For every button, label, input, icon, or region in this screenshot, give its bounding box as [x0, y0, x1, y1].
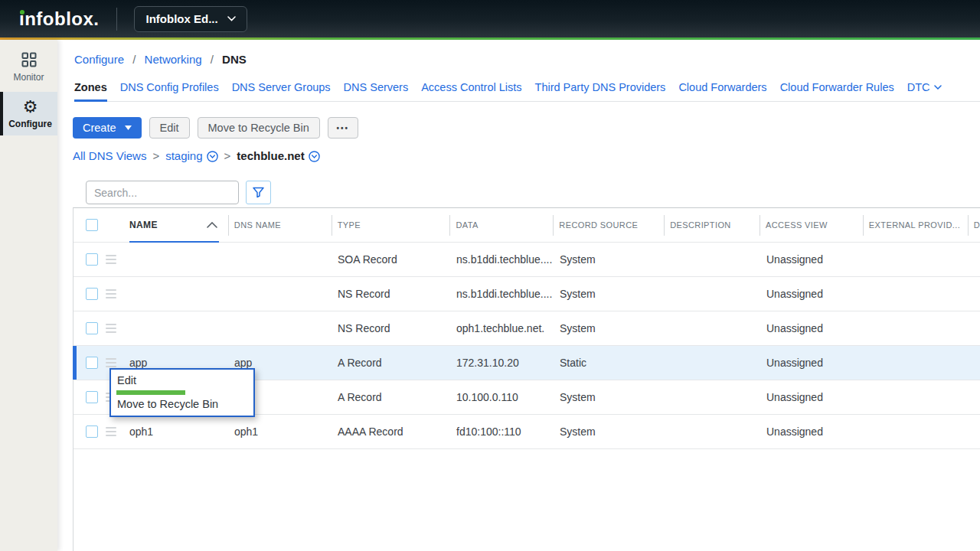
- cell-type: SOA Record: [332, 253, 450, 266]
- row-checkbox-cell: [74, 391, 106, 403]
- top-header: infoblox. Infoblox Ed...: [0, 0, 980, 37]
- sort-ascending-icon: [207, 222, 217, 228]
- toolbar: Create Edit Move to Recycle Bin •••: [73, 117, 358, 139]
- tab-cloud-forwarder-rules[interactable]: Cloud Forwarder Rules: [780, 81, 894, 101]
- row-checkbox-cell: [74, 288, 106, 300]
- cell-dns-name: app: [228, 357, 332, 369]
- cell-record-source: Static: [554, 357, 665, 369]
- column-header-name[interactable]: NAME: [129, 208, 228, 243]
- row-actions-icon[interactable]: [106, 324, 116, 333]
- select-all-checkbox[interactable]: [86, 219, 98, 231]
- table-header-row: NAME DNS NAME TYPE DATA RECORD SOURCE DE…: [74, 208, 980, 243]
- staging-view-link[interactable]: staging: [165, 149, 202, 162]
- tab-dtc[interactable]: DTC: [907, 81, 942, 101]
- row-actions-icon[interactable]: [106, 255, 116, 264]
- zone-dropdown-icon[interactable]: [309, 151, 320, 162]
- column-header-external-providers[interactable]: EXTERNAL PROVID...: [863, 208, 968, 243]
- move-to-recycle-bin-button[interactable]: Move to Recycle Bin: [198, 117, 320, 139]
- cell-type: NS Record: [332, 322, 450, 334]
- row-checkbox[interactable]: [86, 357, 98, 369]
- context-menu-item-edit[interactable]: Edit: [111, 374, 253, 387]
- search-row: [86, 181, 271, 204]
- tab-cloud-forwarders[interactable]: Cloud Forwarders: [678, 81, 766, 101]
- sidebar-item-label: Configure: [8, 119, 52, 129]
- staging-dropdown-icon[interactable]: [207, 151, 218, 162]
- create-button[interactable]: Create: [73, 117, 142, 139]
- cell-name: oph1: [129, 425, 228, 438]
- row-checkbox[interactable]: [86, 288, 98, 300]
- cell-dns-name: oph1: [228, 425, 332, 438]
- header-menu-cell: [106, 208, 129, 243]
- tab-dns-config-profiles[interactable]: DNS Config Profiles: [120, 81, 219, 101]
- column-header-dns-name[interactable]: DNS NAME: [228, 208, 332, 243]
- column-header-record-source[interactable]: RECORD SOURCE: [553, 208, 664, 243]
- cell-data: 10.100.0.110: [450, 391, 554, 403]
- cell-record-source: System: [554, 425, 665, 438]
- row-checkbox[interactable]: [86, 391, 98, 403]
- all-dns-views-link[interactable]: All DNS Views: [73, 149, 146, 162]
- tab-bar: Zones DNS Config Profiles DNS Server Gro…: [74, 81, 980, 102]
- main-content: Configure / Networking / DNS Zones DNS C…: [57, 40, 980, 551]
- tab-zones[interactable]: Zones: [74, 81, 107, 101]
- sidebar-item-configure[interactable]: ⚙ Configure: [0, 92, 57, 135]
- sidebar-item-monitor[interactable]: Monitor: [0, 46, 57, 88]
- table-row[interactable]: SOA Record ns.b1ddi.techblue.... System …: [74, 243, 980, 277]
- breadcrumb-configure-link[interactable]: Configure: [74, 53, 124, 66]
- row-menu-cell: [106, 358, 129, 367]
- column-header-description[interactable]: DESCRIPTION: [664, 208, 760, 243]
- cell-type: NS Record: [332, 288, 450, 300]
- breadcrumb-separator: /: [211, 53, 214, 66]
- breadcrumb-networking-link[interactable]: Networking: [145, 53, 202, 66]
- cell-type: A Record: [332, 357, 450, 369]
- column-header-type[interactable]: TYPE: [332, 208, 450, 243]
- row-actions-icon[interactable]: [106, 289, 116, 298]
- table-row[interactable]: oph1 oph1 AAAA Record fd10:100::110 Syst…: [74, 415, 980, 449]
- gear-icon: ⚙: [23, 99, 38, 116]
- cell-type: AAAA Record: [332, 425, 450, 438]
- row-menu-cell: [106, 255, 129, 264]
- cell-data: ns.b1ddi.techblue....: [450, 253, 554, 266]
- row-checkbox[interactable]: [86, 322, 98, 334]
- column-header-truncated[interactable]: D: [968, 208, 980, 243]
- row-actions-icon[interactable]: [106, 358, 116, 367]
- zone-breadcrumb: All DNS Views > staging > techblue.net: [73, 148, 320, 162]
- cell-data: oph1.techblue.net.: [450, 322, 554, 334]
- grid-icon: [21, 52, 37, 69]
- filter-button[interactable]: [246, 181, 271, 204]
- tab-dns-server-groups[interactable]: DNS Server Groups: [232, 81, 331, 101]
- tab-dns-servers[interactable]: DNS Servers: [344, 81, 409, 101]
- edit-button[interactable]: Edit: [149, 117, 190, 139]
- cell-access-view: Unassigned: [760, 253, 864, 266]
- cell-type: A Record: [332, 391, 450, 403]
- context-menu-item-move-to-recycle-bin[interactable]: Move to Recycle Bin: [111, 398, 253, 411]
- breadcrumb: Configure / Networking / DNS: [74, 53, 247, 66]
- infoblox-logo: infoblox.: [19, 8, 99, 30]
- tab-dtc-label: DTC: [907, 81, 930, 93]
- filter-funnel-icon: [252, 186, 265, 199]
- row-checkbox[interactable]: [86, 425, 98, 438]
- table-row[interactable]: NS Record oph1.techblue.net. System Unas…: [74, 311, 980, 346]
- row-menu-cell: [106, 427, 129, 436]
- column-header-data[interactable]: DATA: [449, 208, 553, 243]
- app-switcher-label: Infoblox Ed...: [145, 12, 217, 25]
- row-menu-cell: [106, 324, 129, 333]
- row-checkbox-cell: [74, 425, 106, 438]
- row-checkbox-cell: [74, 357, 106, 369]
- row-actions-icon[interactable]: [106, 427, 116, 436]
- cell-data: ns.b1ddi.techblue....: [450, 288, 554, 300]
- tab-third-party-dns-providers[interactable]: Third Party DNS Providers: [535, 81, 666, 101]
- cell-access-view: Unassigned: [760, 391, 864, 403]
- zone-breadcrumb-separator: >: [224, 149, 231, 162]
- context-menu-drop-indicator: [116, 390, 185, 395]
- cell-access-view: Unassigned: [760, 357, 864, 369]
- search-input[interactable]: [86, 181, 239, 204]
- tab-access-control-lists[interactable]: Access Control Lists: [421, 81, 521, 101]
- cell-data: 172.31.10.20: [450, 357, 554, 369]
- more-actions-button[interactable]: •••: [328, 117, 358, 139]
- app-switcher-dropdown[interactable]: Infoblox Ed...: [134, 6, 247, 32]
- cell-name: app: [129, 357, 228, 369]
- row-checkbox[interactable]: [86, 253, 98, 266]
- table-row[interactable]: NS Record ns.b1ddi.techblue.... System U…: [74, 277, 980, 311]
- column-header-access-view[interactable]: ACCESS VIEW: [760, 208, 863, 243]
- logo-green-dot: [20, 10, 24, 15]
